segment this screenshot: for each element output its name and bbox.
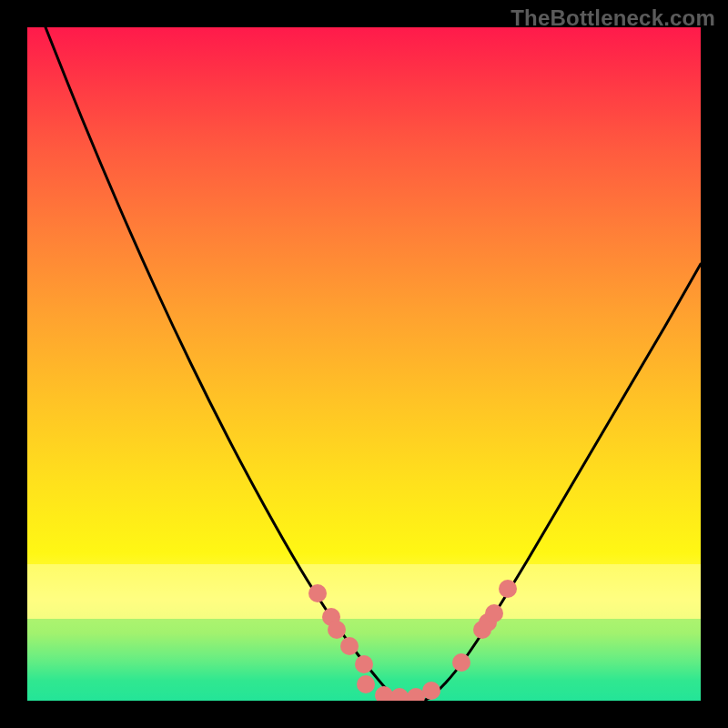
- marker-dot: [340, 637, 359, 655]
- chart-svg: [27, 27, 701, 701]
- marker-dot: [452, 653, 470, 672]
- marker-dot: [355, 655, 373, 673]
- marker-dot: [499, 580, 517, 598]
- marker-dot: [357, 675, 375, 693]
- marker-dot: [422, 682, 440, 700]
- watermark-text: TheBottleneck.com: [511, 5, 715, 31]
- chart-frame: TheBottleneck.com: [0, 0, 728, 728]
- emphasis-band: [27, 564, 701, 619]
- marker-dot: [308, 584, 327, 602]
- marker-dot: [328, 621, 346, 639]
- plot-area: [27, 27, 701, 701]
- marker-dot: [485, 604, 503, 622]
